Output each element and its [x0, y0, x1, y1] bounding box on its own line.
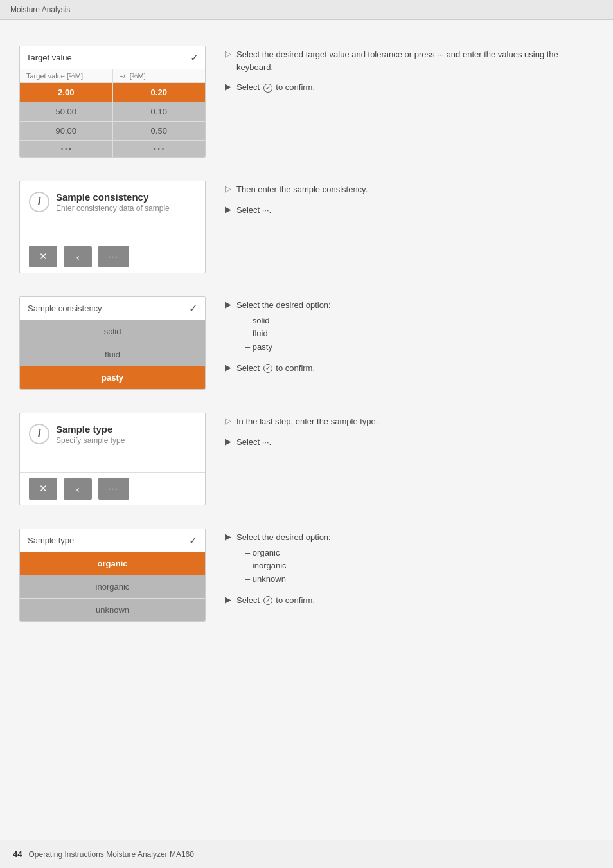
target-value-col-headers: Target value [%M] +/- [%M]: [20, 69, 205, 82]
confirm-checkmark[interactable]: ✓: [190, 51, 199, 64]
section-sample-type-info: i Sample type Specify sample type ✕ ‹ ··…: [19, 413, 594, 505]
hollow-arrow-1: ▷: [225, 49, 231, 59]
option-inorganic[interactable]: inorganic: [20, 575, 205, 598]
list-item-organic: organic: [245, 547, 331, 560]
section-sample-type-select: Sample type ✓ organic inorganic unknown …: [19, 529, 594, 622]
back-button[interactable]: ‹: [64, 246, 92, 267]
list-item-inorganic: inorganic: [245, 559, 331, 573]
table-row-dots[interactable]: • • • • • •: [20, 140, 205, 157]
instr-item-1: ▷ Select the desired target value and to…: [225, 48, 594, 73]
row2-value: 50.00: [20, 102, 113, 121]
instr-item-8: ▶ Select ···.: [225, 436, 594, 449]
instr-item-7: ▷ In the last step, enter the sample typ…: [225, 415, 594, 428]
instr-text-9: Select the desired option:: [236, 532, 331, 542]
instr-item-5: ▶ Select the desired option: solid fluid…: [225, 299, 594, 354]
instr-text-8: Select ···.: [236, 436, 271, 449]
list-item-pasty: pasty: [245, 341, 331, 354]
more-button[interactable]: ···: [98, 246, 129, 267]
section-sample-consistency-info: i Sample consistency Enter consistency d…: [19, 181, 594, 273]
instr-text-4: Select ···.: [236, 204, 271, 217]
close-button[interactable]: ✕: [29, 246, 57, 267]
info-text-block: Sample consistency Enter consistency dat…: [56, 192, 170, 213]
table-row-3[interactable]: 90.00 0.50: [20, 121, 205, 140]
sample-type-subtitle: Specify sample type: [56, 436, 125, 445]
sample-type-more-button[interactable]: ···: [98, 478, 129, 500]
instr-item-2: ▶ Select ✓ to confirm.: [225, 81, 594, 94]
instr-text-2: Select ✓ to confirm.: [236, 81, 315, 94]
instructions-target-value: ▷ Select the desired target value and to…: [225, 46, 594, 102]
hollow-arrow-2: ▷: [225, 184, 231, 194]
main-content: Target value ✓ Target value [%M] +/- [%M…: [0, 20, 613, 671]
sample-type-back-button[interactable]: ‹: [64, 478, 92, 500]
section-target-value: Target value ✓ Target value [%M] +/- [%M…: [19, 46, 594, 158]
sample-consistency-info-card: i Sample consistency Enter consistency d…: [19, 181, 206, 273]
target-value-card: Target value ✓ Target value [%M] +/- [%M…: [19, 46, 206, 158]
instr-item-10: ▶ Select ✓ to confirm.: [225, 594, 594, 607]
info-top: i Sample consistency Enter consistency d…: [20, 181, 205, 221]
info-subtitle: Enter consistency data of sample: [56, 204, 170, 213]
col-header-tolerance: +/- [%M]: [113, 69, 206, 82]
instr-item-3: ▷ Then enter the sample consistency.: [225, 183, 594, 196]
instr-text-5: Select the desired option:: [236, 300, 331, 310]
sample-type-title: Sample type: [56, 424, 125, 435]
consistency-select-header: Sample consistency ✓: [20, 297, 205, 320]
option-organic[interactable]: organic: [20, 552, 205, 575]
solid-arrow-1: ▶: [225, 82, 231, 91]
option-solid[interactable]: solid: [20, 320, 205, 343]
target-value-title: Target value: [26, 53, 72, 62]
row-dots-value: • • •: [20, 141, 113, 157]
sample-type-select-card: Sample type ✓ organic inorganic unknown: [19, 529, 206, 622]
option-unknown[interactable]: unknown: [20, 598, 205, 621]
instr-block-9: Select the desired option: organic inorg…: [236, 531, 331, 586]
instructions-consistency-select: ▶ Select the desired option: solid fluid…: [225, 296, 594, 382]
card-footer: ✕ ‹ ···: [20, 240, 205, 273]
instructions-consistency-info: ▷ Then enter the sample consistency. ▶ S…: [225, 181, 594, 224]
sample-type-select-header: Sample type ✓: [20, 529, 205, 552]
sample-type-select-title: Sample type: [28, 536, 74, 545]
sample-consistency-select-card: Sample consistency ✓ solid fluid pasty: [19, 296, 206, 390]
table-row-2[interactable]: 50.00 0.10: [20, 102, 205, 121]
target-value-header: Target value ✓: [20, 46, 205, 69]
solid-arrow-5: ▶: [225, 437, 231, 446]
instr-item-6: ▶ Select ✓ to confirm.: [225, 362, 594, 375]
sample-type-confirm-checkmark[interactable]: ✓: [189, 534, 197, 547]
list-item-unknown: unknown: [245, 573, 331, 586]
sample-type-options-list: organic inorganic unknown: [245, 547, 331, 586]
solid-arrow-7: ▶: [225, 595, 231, 604]
solid-arrow-4: ▶: [225, 363, 231, 372]
sample-type-info-card: i Sample type Specify sample type ✕ ‹ ··…: [19, 413, 206, 505]
instr-item-9: ▶ Select the desired option: organic ino…: [225, 531, 594, 586]
instructions-sample-type-select: ▶ Select the desired option: organic ino…: [225, 529, 594, 614]
consistency-confirm-checkmark[interactable]: ✓: [189, 302, 197, 314]
instr-text-3: Then enter the sample consistency.: [236, 183, 368, 196]
row2-tolerance: 0.10: [113, 102, 206, 121]
footer-text: Operating Instructions Moisture Analyzer…: [28, 850, 193, 859]
instr-block-5: Select the desired option: solid fluid p…: [236, 299, 331, 354]
option-fluid[interactable]: fluid: [20, 343, 205, 366]
sample-type-info-top: i Sample type Specify sample type: [20, 413, 205, 453]
instructions-sample-type-info: ▷ In the last step, enter the sample typ…: [225, 413, 594, 456]
hollow-arrow-3: ▷: [225, 416, 231, 426]
list-item-solid: solid: [245, 314, 331, 328]
list-item-fluid: fluid: [245, 327, 331, 341]
table-row-1[interactable]: 2.00 0.20: [20, 82, 205, 102]
sample-type-text-block: Sample type Specify sample type: [56, 424, 125, 445]
solid-arrow-3: ▶: [225, 300, 231, 309]
consistency-options-list: solid fluid pasty: [245, 314, 331, 354]
top-bar: Moisture Analysis: [0, 0, 613, 20]
sample-type-close-button[interactable]: ✕: [29, 478, 57, 500]
solid-arrow-6: ▶: [225, 532, 231, 541]
info-title: Sample consistency: [56, 192, 170, 203]
option-pasty[interactable]: pasty: [20, 366, 205, 389]
row3-value: 90.00: [20, 122, 113, 140]
row-dots-tolerance: • • •: [113, 141, 206, 157]
instr-item-4: ▶ Select ···.: [225, 204, 594, 217]
solid-arrow-2: ▶: [225, 204, 231, 214]
instr-text-1: Select the desired target value and tole…: [236, 48, 594, 73]
consistency-select-title: Sample consistency: [28, 303, 102, 313]
info-icon: i: [29, 192, 49, 212]
instr-text-6: Select ✓ to confirm.: [236, 362, 315, 375]
sample-type-card-footer: ✕ ‹ ···: [20, 473, 205, 505]
row3-tolerance: 0.50: [113, 122, 206, 140]
page-number: 44: [13, 849, 22, 859]
